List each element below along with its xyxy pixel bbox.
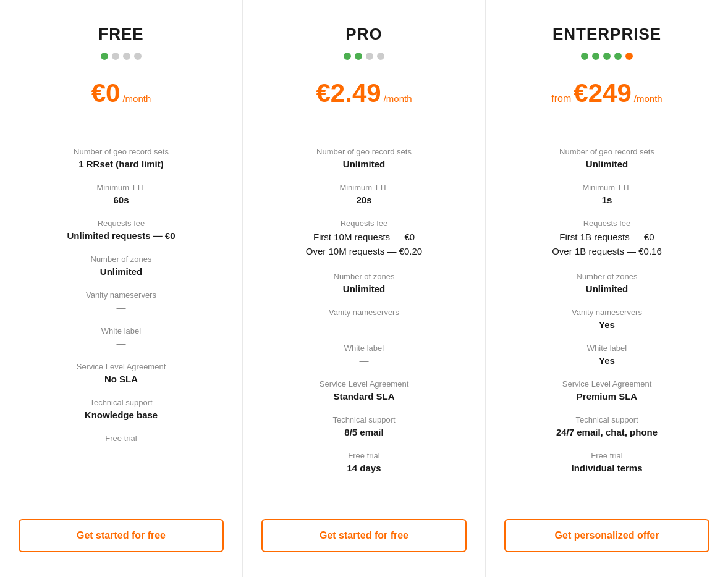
feature-label-2: Requests fee xyxy=(261,219,467,228)
price-period-pro: /month xyxy=(384,93,412,104)
feature-label-1: Minimum TTL xyxy=(261,183,467,192)
cta-button-pro[interactable]: Get started for free xyxy=(261,519,467,552)
feature-value-2: First 1B requests — €0 Over 1B requests … xyxy=(504,230,709,258)
feature-value-1: 1s xyxy=(504,195,709,205)
plan-dots-pro xyxy=(261,53,467,60)
plan-name-free: FREE xyxy=(19,25,224,44)
feature-value-3: Unlimited xyxy=(504,284,709,294)
dot-0 xyxy=(344,53,351,60)
feature-block-6: Service Level AgreementStandard SLA xyxy=(261,379,467,402)
feature-value-7: 24/7 email, chat, phone xyxy=(504,427,709,437)
feature-block-4: Vanity nameservers— xyxy=(19,290,224,313)
plan-dots-free xyxy=(19,53,224,60)
feature-block-8: Free trialIndividual terms xyxy=(504,451,709,473)
feature-value-6: Premium SLA xyxy=(504,391,709,402)
feature-value-3: Unlimited xyxy=(19,266,224,277)
feature-value-5: Yes xyxy=(504,355,709,366)
feature-block-3: Number of zonesUnlimited xyxy=(261,272,467,294)
feature-value-0: 1 RRset (hard limit) xyxy=(19,159,224,169)
dot-1 xyxy=(592,53,599,60)
feature-value-8: 14 days xyxy=(261,463,467,473)
feature-block-1: Minimum TTL60s xyxy=(19,183,224,205)
feature-value-6: No SLA xyxy=(19,374,224,384)
feature-value-4: Yes xyxy=(504,319,709,330)
feature-label-0: Number of geo record sets xyxy=(261,147,467,156)
pricing-container: FREE€0/monthNumber of geo record sets1 R… xyxy=(0,0,728,577)
plan-price-row-pro: €2.49/month xyxy=(261,78,467,108)
plan-name-enterprise: ENTERPRISE xyxy=(504,25,709,44)
feature-label-6: Service Level Agreement xyxy=(19,362,224,371)
feature-block-6: Service Level AgreementNo SLA xyxy=(19,362,224,384)
feature-block-8: Free trial— xyxy=(19,434,224,456)
feature-label-3: Number of zones xyxy=(19,255,224,264)
feature-block-3: Number of zonesUnlimited xyxy=(504,272,709,294)
feature-block-2: Requests feeUnlimited requests — €0 xyxy=(19,219,224,241)
dot-1 xyxy=(112,53,119,60)
feature-label-7: Technical support xyxy=(19,398,224,407)
feature-block-6: Service Level AgreementPremium SLA xyxy=(504,379,709,402)
feature-value-0: Unlimited xyxy=(261,159,467,169)
divider xyxy=(19,133,224,133)
plan-free: FREE€0/monthNumber of geo record sets1 R… xyxy=(0,0,243,577)
feature-block-7: Technical supportKnowledge base xyxy=(19,398,224,420)
feature-label-4: Vanity nameservers xyxy=(504,308,709,317)
feature-block-1: Minimum TTL20s xyxy=(261,183,467,205)
feature-label-1: Minimum TTL xyxy=(19,183,224,192)
plan-name-pro: PRO xyxy=(261,25,467,44)
cta-button-free[interactable]: Get started for free xyxy=(19,519,224,552)
feature-value-4: — xyxy=(261,319,467,330)
feature-label-5: White label xyxy=(504,343,709,353)
feature-block-3: Number of zonesUnlimited xyxy=(19,255,224,277)
feature-value-1: 20s xyxy=(261,195,467,205)
feature-label-5: White label xyxy=(261,343,467,353)
feature-block-2: Requests feeFirst 10M requests — €0 Over… xyxy=(261,219,467,258)
plan-dots-enterprise xyxy=(504,53,709,60)
feature-block-1: Minimum TTL1s xyxy=(504,183,709,205)
feature-value-2: First 10M requests — €0 Over 10M request… xyxy=(261,230,467,258)
dot-2 xyxy=(366,53,373,60)
price-amount-pro: €2.49 xyxy=(316,78,381,108)
dot-1 xyxy=(355,53,362,60)
feature-value-0: Unlimited xyxy=(504,159,709,169)
price-period-enterprise: /month xyxy=(634,93,662,104)
feature-value-7: 8/5 email xyxy=(261,427,467,437)
feature-label-2: Requests fee xyxy=(504,219,709,228)
dot-0 xyxy=(581,53,588,60)
feature-block-5: White label— xyxy=(19,326,224,348)
feature-value-2: Unlimited requests — €0 xyxy=(19,230,224,241)
feature-block-0: Number of geo record setsUnlimited xyxy=(261,147,467,169)
feature-label-8: Free trial xyxy=(261,451,467,460)
feature-label-7: Technical support xyxy=(261,415,467,424)
feature-label-1: Minimum TTL xyxy=(504,183,709,192)
feature-label-2: Requests fee xyxy=(19,219,224,228)
feature-block-0: Number of geo record sets1 RRset (hard l… xyxy=(19,147,224,169)
feature-block-5: White labelYes xyxy=(504,343,709,366)
feature-label-5: White label xyxy=(19,326,224,335)
plan-pro: PRO€2.49/monthNumber of geo record setsU… xyxy=(243,0,486,577)
dot-2 xyxy=(603,53,611,60)
dot-3 xyxy=(377,53,384,60)
cta-button-enterprise[interactable]: Get personalized offer xyxy=(504,519,709,552)
feature-value-6: Standard SLA xyxy=(261,391,467,402)
feature-label-3: Number of zones xyxy=(261,272,467,281)
divider xyxy=(261,133,467,133)
feature-label-6: Service Level Agreement xyxy=(261,379,467,389)
plan-price-row-free: €0/month xyxy=(19,78,224,108)
plan-enterprise: ENTERPRISEfrom€249/monthNumber of geo re… xyxy=(486,0,728,577)
feature-block-7: Technical support8/5 email xyxy=(261,415,467,437)
feature-label-0: Number of geo record sets xyxy=(19,147,224,156)
feature-value-1: 60s xyxy=(19,195,224,205)
feature-label-8: Free trial xyxy=(504,451,709,460)
feature-block-8: Free trial14 days xyxy=(261,451,467,473)
feature-block-2: Requests feeFirst 1B requests — €0 Over … xyxy=(504,219,709,258)
dot-2 xyxy=(123,53,130,60)
feature-label-0: Number of geo record sets xyxy=(504,147,709,156)
dot-3 xyxy=(614,53,622,60)
price-period-free: /month xyxy=(122,93,151,104)
feature-value-7: Knowledge base xyxy=(19,410,224,420)
price-from-enterprise: from xyxy=(551,93,571,104)
feature-value-8: Individual terms xyxy=(504,463,709,473)
dot-0 xyxy=(101,53,108,60)
feature-value-4: — xyxy=(19,302,224,313)
plan-price-row-enterprise: from€249/month xyxy=(504,78,709,108)
